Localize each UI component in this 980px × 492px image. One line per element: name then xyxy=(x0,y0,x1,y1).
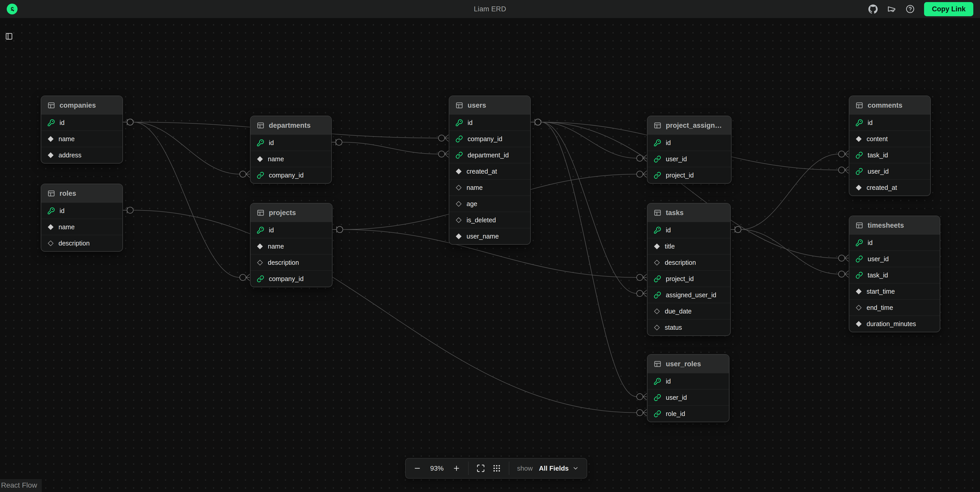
table-node-tasks[interactable]: tasksidtitledescriptionproject_idassigne… xyxy=(647,203,731,336)
field-row-users-is_deleted[interactable]: is_deleted xyxy=(449,212,530,228)
field-row-timesheets-task_id[interactable]: task_id xyxy=(849,267,940,283)
field-row-comments-id[interactable]: id xyxy=(849,114,930,130)
table-header-departments[interactable]: departments xyxy=(251,116,331,135)
table-header-users[interactable]: users xyxy=(449,96,530,114)
field-row-users-id[interactable]: id xyxy=(449,114,530,130)
field-row-companies-address[interactable]: address xyxy=(41,147,123,163)
field-name: user_id xyxy=(868,168,889,175)
canvas-toolbar: 93% show All Fields xyxy=(405,458,587,479)
field-row-projects-company_id[interactable]: company_id xyxy=(251,270,332,287)
field-row-tasks-due_date[interactable]: due_date xyxy=(648,303,730,319)
field-row-users-created_at[interactable]: created_at xyxy=(449,163,530,179)
field-row-project_assignments-id[interactable]: id xyxy=(648,135,731,151)
field-row-timesheets-start_time[interactable]: start_time xyxy=(849,283,940,299)
show-fields-dropdown[interactable]: All Fields xyxy=(538,463,580,474)
help-icon xyxy=(906,5,915,13)
field-row-timesheets-end_time[interactable]: end_time xyxy=(849,299,940,316)
feedback-button[interactable] xyxy=(887,5,896,14)
field-name: task_id xyxy=(868,271,888,279)
table-node-users[interactable]: usersidcompany_iddepartment_idcreated_at… xyxy=(449,95,531,245)
tidy-up-button[interactable] xyxy=(491,463,502,474)
field-row-timesheets-user_id[interactable]: user_id xyxy=(849,251,940,267)
field-row-comments-created_at[interactable]: created_at xyxy=(849,179,930,195)
field-row-projects-id[interactable]: id xyxy=(251,222,332,238)
key-icon xyxy=(654,378,661,385)
key-icon xyxy=(654,139,661,146)
field-row-comments-user_id[interactable]: user_id xyxy=(849,163,930,179)
field-row-departments-id[interactable]: id xyxy=(251,135,331,151)
field-row-projects-description[interactable]: description xyxy=(251,254,332,270)
field-row-departments-name[interactable]: name xyxy=(251,151,331,167)
field-row-roles-description[interactable]: description xyxy=(41,235,123,251)
copy-link-button[interactable]: Copy Link xyxy=(924,2,973,16)
field-row-tasks-id[interactable]: id xyxy=(648,222,730,238)
table-header-timesheets[interactable]: timesheets xyxy=(849,216,940,235)
fit-view-button[interactable] xyxy=(475,463,486,474)
table-node-project_assignments[interactable]: project_assignme...iduser_idproject_id xyxy=(647,116,732,184)
field-row-project_assignments-user_id[interactable]: user_id xyxy=(648,151,731,167)
field-row-tasks-title[interactable]: title xyxy=(648,238,730,254)
liam-logo-icon xyxy=(9,6,16,13)
table-node-companies[interactable]: companiesidnameaddress xyxy=(41,95,123,163)
field-row-user_roles-role_id[interactable]: role_id xyxy=(648,405,729,422)
field-row-users-user_name[interactable]: user_name xyxy=(449,228,530,244)
field-row-users-company_id[interactable]: company_id xyxy=(449,130,530,147)
field-row-timesheets-id[interactable]: id xyxy=(849,235,940,251)
table-header-companies[interactable]: companies xyxy=(41,96,123,114)
table-node-projects[interactable]: projectsidnamedescriptioncompany_id xyxy=(250,203,332,287)
diamond-filled-icon xyxy=(856,184,862,191)
field-name: created_at xyxy=(867,184,897,191)
field-row-users-name[interactable]: name xyxy=(449,179,530,195)
field-row-departments-company_id[interactable]: company_id xyxy=(251,167,331,183)
table-node-user_roles[interactable]: user_rolesiduser_idrole_id xyxy=(647,354,729,422)
field-row-companies-name[interactable]: name xyxy=(41,130,123,147)
field-row-timesheets-duration_minutes[interactable]: duration_minutes xyxy=(849,316,940,332)
field-row-companies-id[interactable]: id xyxy=(41,114,123,130)
react-flow-attribution[interactable]: React Flow xyxy=(0,479,42,492)
field-row-user_roles-id[interactable]: id xyxy=(648,373,729,389)
field-name: project_id xyxy=(666,275,694,283)
table-fields: iduser_idrole_id xyxy=(648,373,729,422)
table-header-user_roles[interactable]: user_roles xyxy=(648,355,729,373)
diamond-filled-icon xyxy=(856,288,862,295)
field-row-roles-name[interactable]: name xyxy=(41,219,123,235)
sidebar-toggle-button[interactable] xyxy=(5,32,13,40)
zoom-out-button[interactable] xyxy=(412,463,422,473)
toolbar-divider xyxy=(468,462,469,475)
table-node-comments[interactable]: commentsidcontenttask_iduser_idcreated_a… xyxy=(849,95,931,196)
field-row-projects-name[interactable]: name xyxy=(251,238,332,254)
field-row-tasks-description[interactable]: description xyxy=(648,254,730,270)
zoom-level[interactable]: 93% xyxy=(427,465,446,473)
table-node-departments[interactable]: departmentsidnamecompany_id xyxy=(250,116,332,184)
table-node-roles[interactable]: rolesidnamedescription xyxy=(41,184,123,252)
table-header-project_assignments[interactable]: project_assignme... xyxy=(648,116,731,135)
field-name: user_name xyxy=(466,233,499,240)
table-node-timesheets[interactable]: timesheetsiduser_idtask_idstart_timeend_… xyxy=(849,216,940,332)
field-row-users-department_id[interactable]: department_id xyxy=(449,147,530,163)
field-row-tasks-assigned_user_id[interactable]: assigned_user_id xyxy=(648,287,730,303)
link-icon xyxy=(257,275,264,283)
field-row-tasks-project_id[interactable]: project_id xyxy=(648,270,730,287)
field-name: name xyxy=(59,135,75,143)
liam-logo[interactable] xyxy=(7,3,18,14)
diamond-outline-icon xyxy=(654,308,660,314)
field-row-tasks-status[interactable]: status xyxy=(648,319,730,335)
erd-canvas[interactable] xyxy=(0,18,980,492)
help-button[interactable] xyxy=(905,5,915,14)
field-row-user_roles-user_id[interactable]: user_id xyxy=(648,389,729,405)
zoom-in-button[interactable] xyxy=(452,463,461,473)
field-row-roles-id[interactable]: id xyxy=(41,203,123,219)
topbar-actions: Copy Link xyxy=(869,2,973,16)
field-row-comments-content[interactable]: content xyxy=(849,130,930,147)
field-row-users-age[interactable]: age xyxy=(449,195,530,212)
table-header-comments[interactable]: comments xyxy=(849,96,930,114)
table-header-projects[interactable]: projects xyxy=(251,203,332,222)
field-row-comments-task_id[interactable]: task_id xyxy=(849,147,930,163)
field-row-project_assignments-project_id[interactable]: project_id xyxy=(648,167,731,183)
table-header-roles[interactable]: roles xyxy=(41,184,123,203)
field-name: name xyxy=(59,223,75,231)
field-name: age xyxy=(466,200,477,208)
table-header-tasks[interactable]: tasks xyxy=(648,203,730,222)
plus-icon xyxy=(453,465,460,472)
github-link[interactable] xyxy=(869,5,878,14)
